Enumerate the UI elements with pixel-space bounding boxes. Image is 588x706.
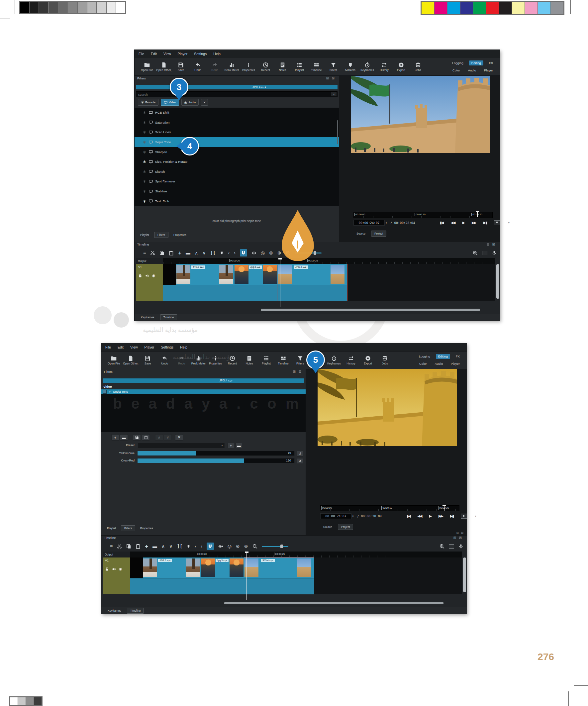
- output-track-label[interactable]: Output: [136, 258, 163, 264]
- toolbar-button[interactable]: Markers: [342, 62, 359, 72]
- timeline-menu-icon[interactable]: ≡: [110, 544, 113, 549]
- favorite-star-icon[interactable]: ∗: [143, 140, 147, 145]
- ripple-delete-icon[interactable]: ▬: [186, 250, 190, 255]
- panel-float-close-icons[interactable]: ⊞ ⊠: [293, 370, 302, 374]
- output-track-label[interactable]: Output: [103, 551, 130, 557]
- split-icon[interactable]: ][: [210, 250, 216, 255]
- filter-list-item[interactable]: ∗ Text: Rich: [134, 196, 339, 206]
- toolbar-button[interactable]: Timeline: [308, 62, 325, 72]
- toolbar-button[interactable]: Jobs: [409, 62, 427, 72]
- rewind-button[interactable]: ◀◀: [418, 514, 422, 518]
- toolbar-button[interactable]: Filters: [325, 62, 342, 72]
- panel-tab[interactable]: Playlist: [104, 525, 119, 531]
- skip-to-end-button[interactable]: ▶▮: [483, 221, 487, 225]
- marker-icon[interactable]: [220, 250, 224, 256]
- toolbar-button[interactable]: History: [376, 62, 393, 72]
- delete-preset-button[interactable]: ▬: [236, 443, 242, 448]
- copy-filters-button[interactable]: [133, 434, 141, 440]
- favorite-star-icon[interactable]: ∗: [143, 179, 147, 184]
- timeline-ruler[interactable]: 00:00:20 00:00:25: [163, 258, 495, 264]
- play-button[interactable]: ▶: [462, 221, 464, 225]
- player-time-ruler[interactable]: 00:00:00 00:00:10 00:00:20: [353, 212, 493, 218]
- filter-list-item[interactable]: ∗ Saturation: [134, 118, 339, 127]
- layout-mode-button[interactable]: Audio: [433, 361, 445, 366]
- toolbar-button[interactable]: Properties: [207, 355, 224, 365]
- timeline-ruler[interactable]: 00:00:20 00:00:25: [130, 551, 462, 557]
- layout-mode-button[interactable]: Editing: [469, 61, 483, 66]
- toolbar-button[interactable]: Notes: [241, 355, 258, 365]
- lift-icon[interactable]: ∧: [195, 250, 198, 255]
- layout-mode-button[interactable]: Color: [417, 361, 429, 366]
- zoom-fit-button[interactable]: [494, 220, 500, 225]
- list-scrollbar[interactable]: [337, 120, 338, 144]
- toolbar-button[interactable]: Export: [359, 355, 377, 365]
- layout-mode-button[interactable]: FX: [454, 354, 462, 359]
- menu-item[interactable]: View: [163, 52, 171, 56]
- skip-to-end-button[interactable]: ▶▮: [450, 514, 454, 518]
- mute-speaker-icon[interactable]: [145, 274, 149, 278]
- toolbar-button[interactable]: Open Other,: [155, 62, 172, 72]
- favorite-filter-chip[interactable]: ✳ Favorite: [138, 99, 158, 106]
- favorite-star-icon[interactable]: ∗: [143, 199, 147, 204]
- reset-icon[interactable]: ↺: [297, 451, 303, 457]
- append-icon[interactable]: +: [178, 250, 182, 256]
- cyan-red-slider[interactable]: 150: [137, 458, 295, 463]
- player-tab[interactable]: Project: [371, 231, 386, 237]
- menu-item[interactable]: Player: [145, 345, 154, 349]
- timeline-horizontal-scrollbar[interactable]: [261, 309, 480, 311]
- toolbar-button[interactable]: Open File: [139, 62, 155, 72]
- menu-item[interactable]: Edit: [151, 52, 157, 56]
- timeline-clip-black[interactable]: [130, 557, 143, 594]
- slider-value[interactable]: 75: [288, 452, 291, 455]
- marker-icon[interactable]: [187, 544, 190, 549]
- paste-icon[interactable]: [169, 250, 174, 256]
- audio-filter-chip[interactable]: ◉ Audio: [182, 99, 199, 106]
- toolbar-button[interactable]: Playlist: [258, 355, 275, 365]
- toolbar-button[interactable]: Undo: [156, 355, 173, 365]
- overwrite-icon[interactable]: ∨: [202, 250, 206, 255]
- play-button[interactable]: ▶: [429, 514, 431, 518]
- toolbar-button[interactable]: Save: [172, 62, 189, 72]
- zoom-in-icon[interactable]: [439, 544, 444, 549]
- timeline-zoom-slider[interactable]: [262, 546, 288, 547]
- panel-float-close-icons[interactable]: ⊞ ⊠: [453, 536, 463, 540]
- move-filter-up-button[interactable]: ∧: [155, 434, 163, 440]
- paste-icon[interactable]: [135, 544, 141, 549]
- scrub-while-dragging-icon[interactable]: [218, 544, 223, 549]
- ripple-icon[interactable]: ◎: [228, 544, 232, 549]
- timeline-clip-black[interactable]: [163, 264, 176, 301]
- zoom-dropdown-icon[interactable]: ▼: [474, 515, 477, 517]
- timeline-clip-jpg3[interactable]: Jpg.3 عينة: [234, 264, 277, 301]
- ripple-icon[interactable]: ◎: [261, 250, 265, 255]
- zoom-in-icon[interactable]: [473, 250, 478, 256]
- toolbar-button[interactable]: Peak Meter: [190, 355, 207, 365]
- toolbar-button[interactable]: Open Other,: [122, 355, 139, 365]
- zoom-out-icon[interactable]: [286, 250, 291, 256]
- panel-float-close-icons[interactable]: ⊞ ⊠: [456, 531, 464, 535]
- toolbar-button[interactable]: Peak Meter: [223, 62, 240, 72]
- next-marker-icon[interactable]: ›: [201, 544, 202, 549]
- player-tab[interactable]: Source: [320, 524, 335, 530]
- player-time-ruler[interactable]: 00:00:00 00:00:10 00:00:20: [320, 505, 460, 511]
- panel-tab[interactable]: Properties: [170, 232, 189, 238]
- lift-icon[interactable]: ∧: [161, 544, 165, 549]
- player-tab[interactable]: Project: [338, 524, 353, 530]
- lock-icon[interactable]: [105, 567, 109, 571]
- zoom-fit-icon[interactable]: [449, 544, 454, 549]
- prev-marker-icon[interactable]: ‹: [228, 250, 230, 255]
- timeline-clip-jpg3[interactable]: Jpg.3 عينة: [201, 557, 244, 594]
- filter-search-input[interactable]: [136, 93, 331, 96]
- timeline-clip-jpg4-selected[interactable]: JPG.4 عينة: [244, 557, 314, 594]
- toolbar-button[interactable]: Properties: [240, 62, 257, 72]
- panel-tab[interactable]: Playlist: [137, 232, 152, 238]
- deselect-filter-button[interactable]: ✕: [175, 434, 183, 440]
- filter-list-item[interactable]: ∗ Sepia Tone: [134, 137, 339, 147]
- hide-track-icon[interactable]: ◉: [152, 273, 155, 278]
- snap-toggle[interactable]: [240, 249, 247, 257]
- timecode-field[interactable]: 00:00:24:07: [320, 513, 351, 519]
- timecode-spinner[interactable]: ▲▼: [352, 515, 354, 517]
- lock-icon[interactable]: [138, 274, 142, 278]
- skip-to-start-button[interactable]: ▮◀: [406, 514, 410, 518]
- menu-item[interactable]: Settings: [194, 52, 207, 56]
- record-audio-icon[interactable]: [492, 250, 497, 256]
